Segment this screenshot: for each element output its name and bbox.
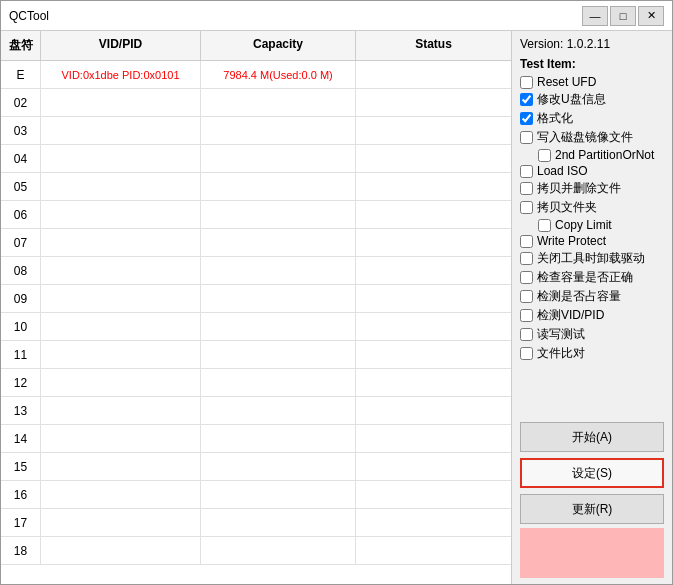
table-row: 05 (1, 173, 511, 201)
cell-vidpid (41, 537, 201, 564)
col-header-vidpid: VID/PID (41, 31, 201, 60)
cell-label: 13 (1, 397, 41, 424)
checkbox-cb_compare[interactable] (520, 347, 533, 360)
checkbox-cb_copy_dir[interactable] (520, 201, 533, 214)
checkbox-cb_write_protect[interactable] (520, 235, 533, 248)
checkbox-label-cb_reset: Reset UFD (537, 75, 596, 89)
checkbox-cb_modify[interactable] (520, 93, 533, 106)
checkbox-cb_format[interactable] (520, 112, 533, 125)
table-row: 16 (1, 481, 511, 509)
checkbox-item-cb_load_iso: Load ISO (520, 164, 664, 178)
cell-vidpid (41, 145, 201, 172)
cell-label: E (1, 61, 41, 88)
checkbox-cb_2nd[interactable] (538, 149, 551, 162)
checkbox-label-cb_detect_capacity: 检测是否占容量 (537, 288, 621, 305)
checkbox-label-cb_write_protect: Write Protect (537, 234, 606, 248)
settings-button[interactable]: 设定(S) (520, 458, 664, 488)
cell-capacity (201, 481, 356, 508)
cell-capacity (201, 313, 356, 340)
checkbox-cb_detect_capacity[interactable] (520, 290, 533, 303)
table-row: 12 (1, 369, 511, 397)
cell-vidpid (41, 509, 201, 536)
close-button[interactable]: ✕ (638, 6, 664, 26)
start-button[interactable]: 开始(A) (520, 422, 664, 452)
cell-label: 11 (1, 341, 41, 368)
checkbox-item-cb_modify: 修改U盘信息 (520, 91, 664, 108)
table-row: 15 (1, 453, 511, 481)
checkbox-cb_copy_limit[interactable] (538, 219, 551, 232)
cell-label: 15 (1, 453, 41, 480)
checkbox-label-cb_write_iso: 写入磁盘镜像文件 (537, 129, 633, 146)
cell-vidpid (41, 425, 201, 452)
table-area: 盘符 VID/PID Capacity Status EVID:0x1dbe P… (1, 31, 512, 584)
title-bar: QCTool — □ ✕ (1, 1, 672, 31)
cell-status (356, 425, 511, 452)
cell-status (356, 481, 511, 508)
table-row: 03 (1, 117, 511, 145)
cell-capacity (201, 201, 356, 228)
cell-capacity (201, 453, 356, 480)
checkbox-cb_vid_pid[interactable] (520, 309, 533, 322)
cell-label: 02 (1, 89, 41, 116)
maximize-button[interactable]: □ (610, 6, 636, 26)
minimize-button[interactable]: — (582, 6, 608, 26)
table-row: 13 (1, 397, 511, 425)
table-row: 18 (1, 537, 511, 565)
checkboxes-container: Reset UFD修改U盘信息格式化写入磁盘镜像文件2nd PartitionO… (520, 75, 664, 364)
checkbox-item-cb_format: 格式化 (520, 110, 664, 127)
table-row: 17 (1, 509, 511, 537)
cell-label: 10 (1, 313, 41, 340)
checkbox-cb_reset[interactable] (520, 76, 533, 89)
checkbox-cb_write_iso[interactable] (520, 131, 533, 144)
checkbox-cb_rw[interactable] (520, 328, 533, 341)
checkbox-item-cb_unload: 关闭工具时卸载驱动 (520, 250, 664, 267)
cell-label: 14 (1, 425, 41, 452)
cell-status (356, 229, 511, 256)
cell-vidpid (41, 369, 201, 396)
checkbox-item-cb_copy_del: 拷贝并删除文件 (520, 180, 664, 197)
checkbox-item-cb_copy_dir: 拷贝文件夹 (520, 199, 664, 216)
col-header-status: Status (356, 31, 511, 60)
checkbox-label-cb_format: 格式化 (537, 110, 573, 127)
cell-vidpid (41, 173, 201, 200)
update-button[interactable]: 更新(R) (520, 494, 664, 524)
table-row: 11 (1, 341, 511, 369)
col-header-label: 盘符 (1, 31, 41, 60)
checkbox-cb_check_capacity[interactable] (520, 271, 533, 284)
checkbox-cb_copy_del[interactable] (520, 182, 533, 195)
cell-vidpid (41, 257, 201, 284)
table-row: 10 (1, 313, 511, 341)
cell-label: 09 (1, 285, 41, 312)
cell-status (356, 61, 511, 88)
main-window: QCTool — □ ✕ 盘符 VID/PID Capacity Status … (0, 0, 673, 585)
table-row: 07 (1, 229, 511, 257)
table-row: 08 (1, 257, 511, 285)
checkbox-label-cb_modify: 修改U盘信息 (537, 91, 606, 108)
cell-label: 04 (1, 145, 41, 172)
checkbox-item-cb_write_protect: Write Protect (520, 234, 664, 248)
table-row: 04 (1, 145, 511, 173)
checkbox-item-cb_vid_pid: 检测VID/PID (520, 307, 664, 324)
checkbox-label-cb_check_capacity: 检查容量是否正确 (537, 269, 633, 286)
checkbox-label-cb_rw: 读写测试 (537, 326, 585, 343)
table-row: 02 (1, 89, 511, 117)
cell-vidpid (41, 285, 201, 312)
cell-status (356, 341, 511, 368)
checkbox-label-cb_copy_dir: 拷贝文件夹 (537, 199, 597, 216)
table-row: 09 (1, 285, 511, 313)
checkbox-label-cb_copy_del: 拷贝并删除文件 (537, 180, 621, 197)
window-title: QCTool (9, 9, 49, 23)
pink-block (520, 528, 664, 578)
cell-capacity (201, 285, 356, 312)
main-content: 盘符 VID/PID Capacity Status EVID:0x1dbe P… (1, 31, 672, 584)
checkbox-cb_unload[interactable] (520, 252, 533, 265)
cell-vidpid: VID:0x1dbe PID:0x0101 (41, 61, 201, 88)
cell-vidpid (41, 89, 201, 116)
cell-status (356, 509, 511, 536)
cell-capacity (201, 369, 356, 396)
cell-capacity (201, 257, 356, 284)
checkbox-cb_load_iso[interactable] (520, 165, 533, 178)
cell-vidpid (41, 201, 201, 228)
cell-status (356, 537, 511, 564)
cell-capacity (201, 537, 356, 564)
